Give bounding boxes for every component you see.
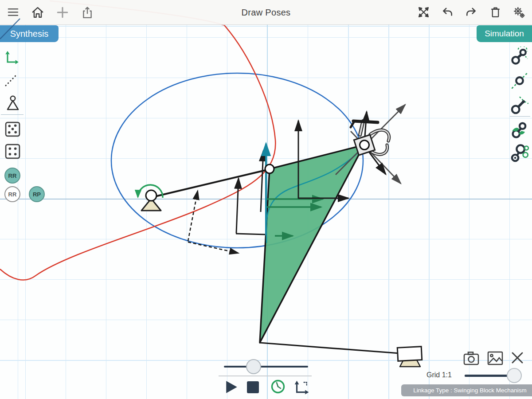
simulation-button[interactable]: Simulation — [477, 25, 532, 42]
rp-dyad-badge[interactable]: RP — [29, 186, 45, 202]
crank-joint — [146, 190, 156, 201]
expand-icon[interactable] — [417, 6, 430, 19]
frame-icon[interactable] — [293, 379, 309, 397]
rr-dyad-icon[interactable] — [510, 47, 529, 68]
grid-scale-label: Grid 1:1 — [426, 371, 452, 379]
clock-icon[interactable] — [270, 379, 286, 396]
undo-icon[interactable] — [441, 6, 454, 19]
end-effector-joint[interactable] — [360, 141, 369, 150]
playback-divider — [219, 376, 312, 376]
triad-icon[interactable] — [510, 143, 529, 164]
settings-gears-icon[interactable] — [512, 6, 526, 19]
plus-icon[interactable] — [56, 6, 69, 19]
close-icon[interactable] — [510, 351, 524, 367]
timeline-slider-handle[interactable] — [246, 359, 261, 374]
slider-block[interactable] — [397, 347, 422, 367]
stop-button[interactable] — [247, 381, 259, 393]
scatter-points-icon[interactable] — [4, 121, 21, 139]
grid-scale-slider-handle[interactable] — [507, 368, 522, 383]
rr-dyad-outline-badge[interactable]: RR — [4, 186, 20, 202]
redo-icon[interactable] — [465, 6, 478, 19]
dyad-grab-icon[interactable] — [510, 120, 529, 141]
right-toolbar-divider — [510, 116, 530, 117]
timeline-slider-track[interactable] — [224, 366, 308, 368]
top-toolbar: Draw Poses — [0, 0, 532, 25]
prismatic-joint-icon[interactable] — [510, 71, 529, 92]
trash-icon[interactable] — [489, 6, 502, 19]
ground-pivot-icon[interactable] — [5, 95, 21, 113]
pose-axis-icon[interactable] — [4, 50, 20, 68]
share-icon[interactable] — [81, 6, 94, 19]
home-icon[interactable] — [31, 6, 44, 19]
rr-dyad-filled-badge[interactable]: RR — [4, 168, 20, 184]
synthesis-button[interactable]: Synthesis — [0, 25, 59, 42]
left-toolbar-divider — [1, 114, 23, 115]
four-points-icon[interactable] — [4, 143, 21, 161]
coupler-joint[interactable] — [265, 164, 274, 173]
play-button[interactable] — [224, 380, 239, 396]
menu-icon[interactable] — [6, 6, 20, 19]
dashed-line-icon[interactable] — [4, 72, 20, 90]
grid-scale-slider-track[interactable] — [465, 375, 513, 377]
image-icon[interactable] — [487, 351, 504, 368]
rp-dyad-icon[interactable] — [510, 95, 529, 117]
linkage-type-badge: Linkage Type : Swinging Block Mechanism — [401, 384, 532, 396]
camera-icon[interactable] — [463, 350, 480, 368]
page-title: Draw Poses — [242, 7, 291, 17]
